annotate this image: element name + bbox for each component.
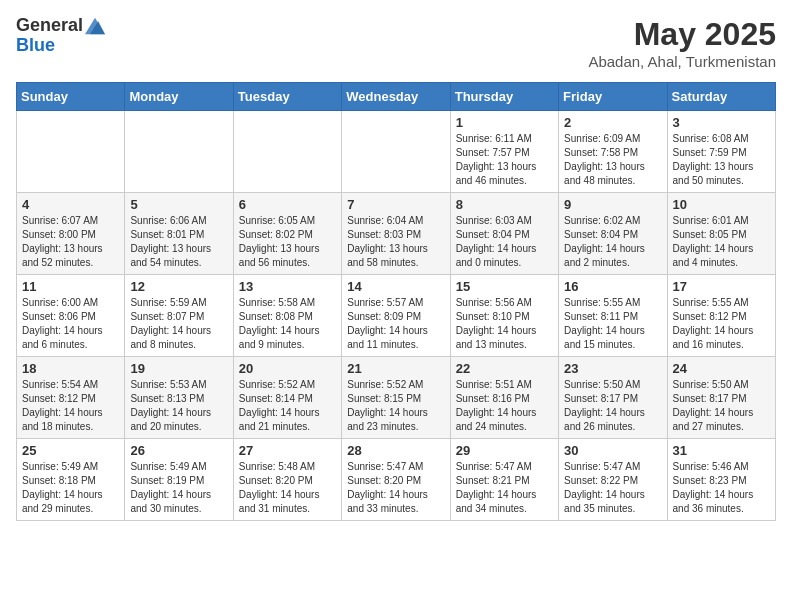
day-info: Sunrise: 5:52 AM Sunset: 8:15 PM Dayligh…	[347, 378, 444, 434]
title-block: May 2025 Abadan, Ahal, Turkmenistan	[588, 16, 776, 70]
day-number: 7	[347, 197, 444, 212]
calendar-week-row: 25Sunrise: 5:49 AM Sunset: 8:18 PM Dayli…	[17, 439, 776, 521]
day-info: Sunrise: 6:01 AM Sunset: 8:05 PM Dayligh…	[673, 214, 770, 270]
day-info: Sunrise: 6:00 AM Sunset: 8:06 PM Dayligh…	[22, 296, 119, 352]
calendar-cell: 8Sunrise: 6:03 AM Sunset: 8:04 PM Daylig…	[450, 193, 558, 275]
day-number: 21	[347, 361, 444, 376]
calendar-cell: 4Sunrise: 6:07 AM Sunset: 8:00 PM Daylig…	[17, 193, 125, 275]
day-info: Sunrise: 6:03 AM Sunset: 8:04 PM Dayligh…	[456, 214, 553, 270]
day-info: Sunrise: 5:57 AM Sunset: 8:09 PM Dayligh…	[347, 296, 444, 352]
calendar-cell: 11Sunrise: 6:00 AM Sunset: 8:06 PM Dayli…	[17, 275, 125, 357]
day-info: Sunrise: 5:50 AM Sunset: 8:17 PM Dayligh…	[564, 378, 661, 434]
weekday-header: Thursday	[450, 83, 558, 111]
weekday-header: Tuesday	[233, 83, 341, 111]
calendar-cell: 17Sunrise: 5:55 AM Sunset: 8:12 PM Dayli…	[667, 275, 775, 357]
day-number: 10	[673, 197, 770, 212]
day-number: 25	[22, 443, 119, 458]
calendar-cell: 5Sunrise: 6:06 AM Sunset: 8:01 PM Daylig…	[125, 193, 233, 275]
weekday-header: Saturday	[667, 83, 775, 111]
day-number: 5	[130, 197, 227, 212]
day-number: 14	[347, 279, 444, 294]
calendar-cell: 18Sunrise: 5:54 AM Sunset: 8:12 PM Dayli…	[17, 357, 125, 439]
day-info: Sunrise: 5:46 AM Sunset: 8:23 PM Dayligh…	[673, 460, 770, 516]
day-number: 23	[564, 361, 661, 376]
calendar-week-row: 11Sunrise: 6:00 AM Sunset: 8:06 PM Dayli…	[17, 275, 776, 357]
calendar-cell: 6Sunrise: 6:05 AM Sunset: 8:02 PM Daylig…	[233, 193, 341, 275]
day-number: 11	[22, 279, 119, 294]
calendar-cell: 26Sunrise: 5:49 AM Sunset: 8:19 PM Dayli…	[125, 439, 233, 521]
calendar-week-row: 18Sunrise: 5:54 AM Sunset: 8:12 PM Dayli…	[17, 357, 776, 439]
calendar-cell: 21Sunrise: 5:52 AM Sunset: 8:15 PM Dayli…	[342, 357, 450, 439]
weekday-header: Monday	[125, 83, 233, 111]
logo-blue: Blue	[16, 36, 105, 56]
day-info: Sunrise: 5:53 AM Sunset: 8:13 PM Dayligh…	[130, 378, 227, 434]
calendar-cell: 28Sunrise: 5:47 AM Sunset: 8:20 PM Dayli…	[342, 439, 450, 521]
day-number: 16	[564, 279, 661, 294]
day-number: 4	[22, 197, 119, 212]
calendar-cell: 10Sunrise: 6:01 AM Sunset: 8:05 PM Dayli…	[667, 193, 775, 275]
day-info: Sunrise: 6:02 AM Sunset: 8:04 PM Dayligh…	[564, 214, 661, 270]
day-info: Sunrise: 6:06 AM Sunset: 8:01 PM Dayligh…	[130, 214, 227, 270]
day-info: Sunrise: 6:08 AM Sunset: 7:59 PM Dayligh…	[673, 132, 770, 188]
calendar-cell	[342, 111, 450, 193]
day-info: Sunrise: 5:47 AM Sunset: 8:20 PM Dayligh…	[347, 460, 444, 516]
weekday-header: Wednesday	[342, 83, 450, 111]
day-info: Sunrise: 5:52 AM Sunset: 8:14 PM Dayligh…	[239, 378, 336, 434]
calendar-cell: 14Sunrise: 5:57 AM Sunset: 8:09 PM Dayli…	[342, 275, 450, 357]
calendar-cell: 7Sunrise: 6:04 AM Sunset: 8:03 PM Daylig…	[342, 193, 450, 275]
day-number: 28	[347, 443, 444, 458]
calendar-cell: 27Sunrise: 5:48 AM Sunset: 8:20 PM Dayli…	[233, 439, 341, 521]
weekday-header: Sunday	[17, 83, 125, 111]
calendar-cell: 30Sunrise: 5:47 AM Sunset: 8:22 PM Dayli…	[559, 439, 667, 521]
day-info: Sunrise: 6:05 AM Sunset: 8:02 PM Dayligh…	[239, 214, 336, 270]
calendar-cell: 9Sunrise: 6:02 AM Sunset: 8:04 PM Daylig…	[559, 193, 667, 275]
calendar-table: SundayMondayTuesdayWednesdayThursdayFrid…	[16, 82, 776, 521]
day-number: 3	[673, 115, 770, 130]
logo-general: General	[16, 16, 83, 36]
day-info: Sunrise: 5:48 AM Sunset: 8:20 PM Dayligh…	[239, 460, 336, 516]
day-info: Sunrise: 5:55 AM Sunset: 8:12 PM Dayligh…	[673, 296, 770, 352]
day-number: 8	[456, 197, 553, 212]
day-number: 9	[564, 197, 661, 212]
day-info: Sunrise: 6:04 AM Sunset: 8:03 PM Dayligh…	[347, 214, 444, 270]
calendar-cell: 13Sunrise: 5:58 AM Sunset: 8:08 PM Dayli…	[233, 275, 341, 357]
logo-icon	[85, 16, 105, 36]
day-info: Sunrise: 5:50 AM Sunset: 8:17 PM Dayligh…	[673, 378, 770, 434]
calendar-cell: 24Sunrise: 5:50 AM Sunset: 8:17 PM Dayli…	[667, 357, 775, 439]
day-info: Sunrise: 5:49 AM Sunset: 8:19 PM Dayligh…	[130, 460, 227, 516]
calendar-cell: 25Sunrise: 5:49 AM Sunset: 8:18 PM Dayli…	[17, 439, 125, 521]
day-number: 2	[564, 115, 661, 130]
weekday-header: Friday	[559, 83, 667, 111]
day-number: 20	[239, 361, 336, 376]
calendar-week-row: 4Sunrise: 6:07 AM Sunset: 8:00 PM Daylig…	[17, 193, 776, 275]
day-number: 24	[673, 361, 770, 376]
calendar-cell: 31Sunrise: 5:46 AM Sunset: 8:23 PM Dayli…	[667, 439, 775, 521]
day-number: 12	[130, 279, 227, 294]
calendar-cell	[125, 111, 233, 193]
day-number: 15	[456, 279, 553, 294]
day-info: Sunrise: 5:58 AM Sunset: 8:08 PM Dayligh…	[239, 296, 336, 352]
location: Abadan, Ahal, Turkmenistan	[588, 53, 776, 70]
day-info: Sunrise: 6:09 AM Sunset: 7:58 PM Dayligh…	[564, 132, 661, 188]
month-title: May 2025	[588, 16, 776, 53]
day-info: Sunrise: 6:11 AM Sunset: 7:57 PM Dayligh…	[456, 132, 553, 188]
day-number: 18	[22, 361, 119, 376]
day-number: 17	[673, 279, 770, 294]
day-info: Sunrise: 5:49 AM Sunset: 8:18 PM Dayligh…	[22, 460, 119, 516]
calendar-cell: 16Sunrise: 5:55 AM Sunset: 8:11 PM Dayli…	[559, 275, 667, 357]
day-number: 29	[456, 443, 553, 458]
day-info: Sunrise: 5:55 AM Sunset: 8:11 PM Dayligh…	[564, 296, 661, 352]
page-header: General Blue May 2025 Abadan, Ahal, Turk…	[16, 16, 776, 70]
calendar-cell: 29Sunrise: 5:47 AM Sunset: 8:21 PM Dayli…	[450, 439, 558, 521]
calendar-cell: 19Sunrise: 5:53 AM Sunset: 8:13 PM Dayli…	[125, 357, 233, 439]
calendar-week-row: 1Sunrise: 6:11 AM Sunset: 7:57 PM Daylig…	[17, 111, 776, 193]
day-info: Sunrise: 5:56 AM Sunset: 8:10 PM Dayligh…	[456, 296, 553, 352]
day-info: Sunrise: 5:54 AM Sunset: 8:12 PM Dayligh…	[22, 378, 119, 434]
day-number: 19	[130, 361, 227, 376]
day-number: 31	[673, 443, 770, 458]
day-info: Sunrise: 5:47 AM Sunset: 8:21 PM Dayligh…	[456, 460, 553, 516]
day-number: 27	[239, 443, 336, 458]
calendar-cell: 22Sunrise: 5:51 AM Sunset: 8:16 PM Dayli…	[450, 357, 558, 439]
day-info: Sunrise: 5:59 AM Sunset: 8:07 PM Dayligh…	[130, 296, 227, 352]
weekday-header-row: SundayMondayTuesdayWednesdayThursdayFrid…	[17, 83, 776, 111]
